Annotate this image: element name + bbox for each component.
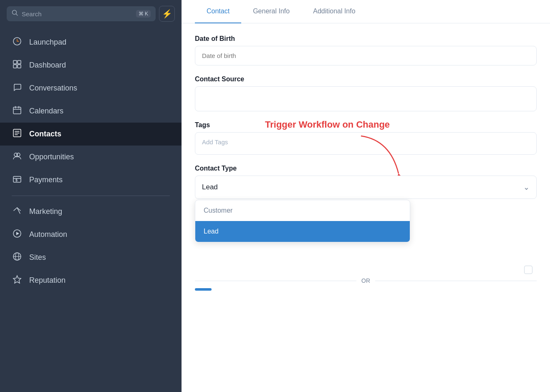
sidebar-item-label: Payments (29, 176, 63, 184)
svg-point-16 (17, 153, 20, 156)
contact-type-select-wrap: Lead ⌄ Customer Lead (195, 176, 537, 199)
tags-group: Tags Add Tags (195, 121, 537, 155)
dropdown-option-customer[interactable]: Customer (195, 200, 410, 221)
dob-input[interactable] (195, 46, 537, 65)
reputation-icon (12, 275, 23, 286)
sidebar-item-calendars[interactable]: Calendars (0, 100, 182, 123)
sidebar-item-contacts[interactable]: Contacts (0, 123, 182, 146)
sidebar-item-label: Reputation (29, 276, 66, 285)
contact-type-value: Lead (202, 183, 218, 191)
sidebar-item-launchpad[interactable]: Launchpad (0, 31, 182, 54)
tab-contact[interactable]: Contact (195, 0, 241, 23)
sidebar-nav: Launchpad Dashboard Conversations (0, 28, 182, 392)
search-bar: Search ⌘ K ⚡ (7, 6, 175, 22)
search-placeholder-text: Search (22, 10, 133, 18)
calendars-icon (12, 106, 23, 117)
or-divider-right (375, 281, 537, 281)
launchpad-icon (12, 37, 23, 48)
sidebar-item-sites[interactable]: Sites (0, 246, 182, 269)
sidebar: Search ⌘ K ⚡ Launchpad (0, 0, 182, 392)
search-icon (12, 10, 18, 18)
sidebar-item-label: Sites (29, 253, 46, 262)
tabs-bar: Contact General Info Additional Info (182, 0, 550, 23)
tab-general-info[interactable]: General Info (241, 0, 301, 23)
nav-divider (12, 196, 170, 196)
sidebar-item-opportunities[interactable]: Opportunities (0, 146, 182, 168)
automation-icon (12, 229, 23, 240)
dob-label: Date of Birth (195, 35, 537, 43)
contact-source-label: Contact Source (195, 75, 537, 83)
dashboard-icon (12, 60, 23, 71)
sidebar-item-label: Dashboard (29, 61, 66, 70)
conversations-icon (12, 83, 23, 94)
bottom-indicator (195, 288, 212, 291)
svg-rect-6 (18, 65, 21, 68)
contact-type-dropdown: Customer Lead (195, 200, 410, 242)
sites-icon (12, 252, 23, 263)
flash-icon: ⚡ (162, 9, 172, 19)
or-text: OR (361, 277, 370, 284)
contact-type-label: Contact Type (195, 165, 537, 172)
contact-type-group: Contact Type Lead ⌄ Customer Lead (195, 165, 537, 199)
contact-type-select[interactable]: Lead ⌄ (195, 176, 537, 199)
sidebar-item-label: Automation (29, 230, 67, 239)
chevron-down-icon: ⌄ (523, 183, 530, 192)
tags-input[interactable]: Add Tags (195, 132, 537, 155)
contact-source-group: Contact Source (195, 75, 537, 111)
sidebar-item-conversations[interactable]: Conversations (0, 77, 182, 100)
sidebar-item-payments[interactable]: $ Payments (0, 168, 182, 191)
form-area: Date of Birth Contact Source Tags Add Ta… (182, 23, 550, 392)
svg-rect-7 (13, 107, 21, 114)
opportunities-icon (12, 151, 23, 163)
contact-source-input[interactable] (195, 86, 537, 111)
svg-rect-5 (13, 65, 17, 68)
main-content: Contact General Info Additional Info Dat… (182, 0, 550, 392)
keyboard-shortcut-badge: ⌘ K (136, 10, 151, 18)
contacts-icon (12, 128, 23, 140)
marketing-icon (12, 206, 23, 217)
svg-rect-4 (18, 60, 21, 64)
search-input-wrap[interactable]: Search ⌘ K (7, 6, 156, 21)
svg-line-1 (16, 14, 18, 16)
bottom-hint (195, 288, 537, 301)
sidebar-item-label: Opportunities (29, 153, 74, 161)
tags-placeholder: Add Tags (202, 138, 228, 146)
tab-additional-info[interactable]: Additional Info (301, 0, 367, 23)
dropdown-option-lead[interactable]: Lead (195, 221, 410, 242)
dob-group: Date of Birth (195, 35, 537, 65)
tags-label: Tags (195, 121, 537, 129)
sidebar-item-dashboard[interactable]: Dashboard (0, 54, 182, 77)
sidebar-item-marketing[interactable]: Marketing (0, 200, 182, 223)
sidebar-item-reputation[interactable]: Reputation (0, 269, 182, 292)
svg-rect-3 (13, 60, 17, 64)
sidebar-item-label: Contacts (29, 130, 61, 138)
sidebar-item-label: Launchpad (29, 38, 66, 47)
sidebar-item-label: Marketing (29, 207, 62, 216)
sidebar-item-label: Conversations (29, 84, 77, 93)
or-divider-left (195, 281, 356, 281)
payments-icon: $ (12, 174, 23, 186)
kbd-text: ⌘ K (139, 11, 148, 17)
svg-marker-21 (16, 232, 19, 235)
flash-button[interactable]: ⚡ (159, 6, 175, 22)
sidebar-item-automation[interactable]: Automation (0, 223, 182, 246)
sidebar-item-label: Calendars (29, 107, 63, 116)
checkbox[interactable] (524, 266, 532, 274)
svg-marker-25 (13, 276, 21, 283)
svg-text:$: $ (15, 178, 18, 182)
